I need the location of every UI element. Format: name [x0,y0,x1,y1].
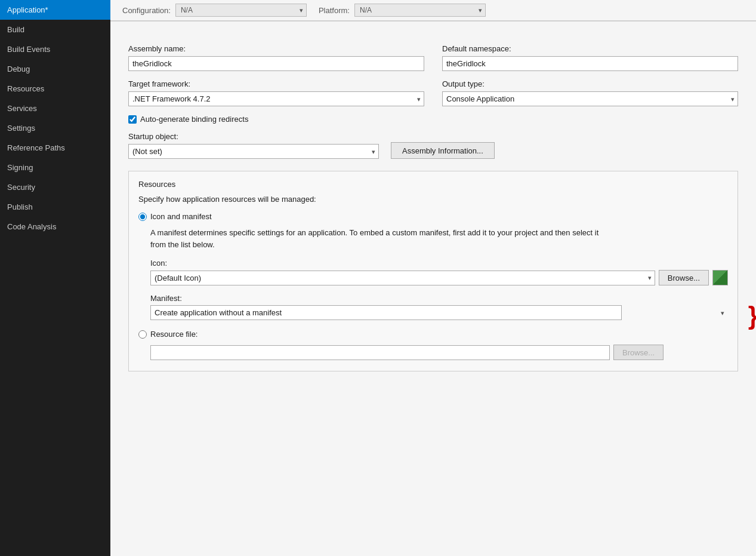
assembly-info-button[interactable]: Assembly Information... [391,142,495,159]
platform-select-wrapper: N/A [354,4,486,17]
sidebar-item-reference-paths[interactable]: Reference Paths [0,138,110,158]
assembly-name-input[interactable] [128,56,424,71]
sidebar-item-debug[interactable]: Debug [0,59,110,79]
red-annotation: } [748,303,756,328]
startup-object-select-wrapper: (Not set) [128,144,379,159]
sidebar-item-publish[interactable]: Publish [0,197,110,217]
manifest-row: Manifest: Create application without a m… [150,294,728,320]
row-assembly-namespace: Assembly name: Default namespace: [128,44,738,71]
sidebar-item-label: Security [7,183,35,192]
icon-input-row: (Default Icon) Browse... [150,270,728,285]
default-namespace-input[interactable] [442,56,738,71]
startup-object-select[interactable]: (Not set) [128,144,379,159]
manifest-select-wrapper: Create application without a manifest Em… [150,305,728,320]
icon-row: Icon: (Default Icon) Browse... [150,259,728,285]
configuration-select-wrapper: N/A [175,4,307,17]
group-default-namespace: Default namespace: [442,44,738,71]
output-type-label: Output type: [442,79,738,88]
configuration-select[interactable]: N/A [175,4,307,17]
group-startup-object: Startup object: (Not set) [128,132,379,159]
sidebar-item-label: Code Analysis [7,222,56,231]
platform-label: Platform: [319,6,350,15]
content-area: Assembly name: Default namespace: Target… [110,32,756,556]
sidebar-item-label: Application* [7,5,48,14]
icon-select-wrapper: (Default Icon) [150,271,655,285]
sidebar-item-services[interactable]: Services [0,99,110,118]
configuration-group: Configuration: N/A [122,4,307,17]
resource-file-input-row: Browse... [150,345,728,360]
target-framework-select[interactable]: .NET Framework 4.7.2 .NET Framework 4.8 … [128,91,424,106]
platform-group: Platform: N/A [319,4,486,17]
resource-file-input[interactable] [150,345,610,360]
browse-resource-file-button[interactable]: Browse... [613,345,664,360]
auto-generate-checkbox[interactable] [128,115,137,124]
default-namespace-label: Default namespace: [442,44,738,53]
sidebar-item-label: Build Events [7,45,50,54]
radio-resource-file[interactable] [138,330,147,339]
main-content: Configuration: N/A Platform: N/A Assembl… [110,0,756,556]
sidebar-item-settings[interactable]: Settings [0,118,110,138]
icon-label: Icon: [150,259,728,268]
sidebar-item-code-analysis[interactable]: Code Analysis [0,217,110,236]
sidebar-item-label: Debug [7,64,30,73]
startup-object-label: Startup object: [128,132,379,141]
group-output-type: Output type: Console Application Windows… [442,79,738,106]
sidebar-item-signing[interactable]: Signing [0,158,110,177]
icon-preview [712,270,728,285]
resources-subtitle: Specify how application resources will b… [138,195,728,204]
manifest-label: Manifest: [150,294,728,303]
sidebar-item-label: Reference Paths [7,143,65,152]
sidebar-item-label: Build [7,25,24,34]
radio-resource-file-row: Resource file: [138,330,728,339]
assembly-name-label: Assembly name: [128,44,424,53]
top-bar: Configuration: N/A Platform: N/A [110,0,756,21]
auto-generate-row: Auto-generate binding redirects [128,115,738,124]
top-divider [110,21,756,21]
radio-resource-file-label: Resource file: [150,330,198,339]
icon-select[interactable]: (Default Icon) [150,271,655,285]
radio-icon-manifest-label: Icon and manifest [150,212,212,221]
manifest-description: A manifest determines specific settings … [150,227,616,250]
sidebar-item-resources[interactable]: Resources [0,79,110,99]
sidebar: Application* Build Build Events Debug Re… [0,0,110,556]
sidebar-item-label: Resources [7,84,44,93]
configuration-label: Configuration: [122,6,171,15]
row-framework-output: Target framework: .NET Framework 4.7.2 .… [128,79,738,106]
browse-icon-button[interactable]: Browse... [659,270,709,285]
sidebar-item-label: Settings [7,124,35,133]
auto-generate-label: Auto-generate binding redirects [140,115,248,124]
group-target-framework: Target framework: .NET Framework 4.7.2 .… [128,79,424,106]
sidebar-item-build-events[interactable]: Build Events [0,39,110,59]
group-assembly-name: Assembly name: [128,44,424,71]
platform-select[interactable]: N/A [354,4,486,17]
sidebar-item-security[interactable]: Security [0,177,110,197]
target-framework-label: Target framework: [128,79,424,88]
sidebar-item-application[interactable]: Application* [0,0,110,20]
resources-section: Resources Specify how application resour… [128,171,738,371]
sidebar-item-build[interactable]: Build [0,20,110,39]
resources-section-title: Resources [138,180,728,189]
sidebar-item-label: Signing [7,163,33,172]
radio-icon-manifest-row: Icon and manifest [138,212,728,221]
sidebar-item-label: Services [7,104,37,113]
output-type-select-wrapper: Console Application Windows Application … [442,91,738,106]
target-framework-select-wrapper: .NET Framework 4.7.2 .NET Framework 4.8 … [128,91,424,106]
radio-icon-manifest[interactable] [138,213,147,221]
output-type-select[interactable]: Console Application Windows Application … [442,91,738,106]
manifest-select[interactable]: Create application without a manifest Em… [150,305,622,320]
sidebar-item-label: Publish [7,202,33,211]
startup-row: Startup object: (Not set) Assembly Infor… [128,132,738,159]
